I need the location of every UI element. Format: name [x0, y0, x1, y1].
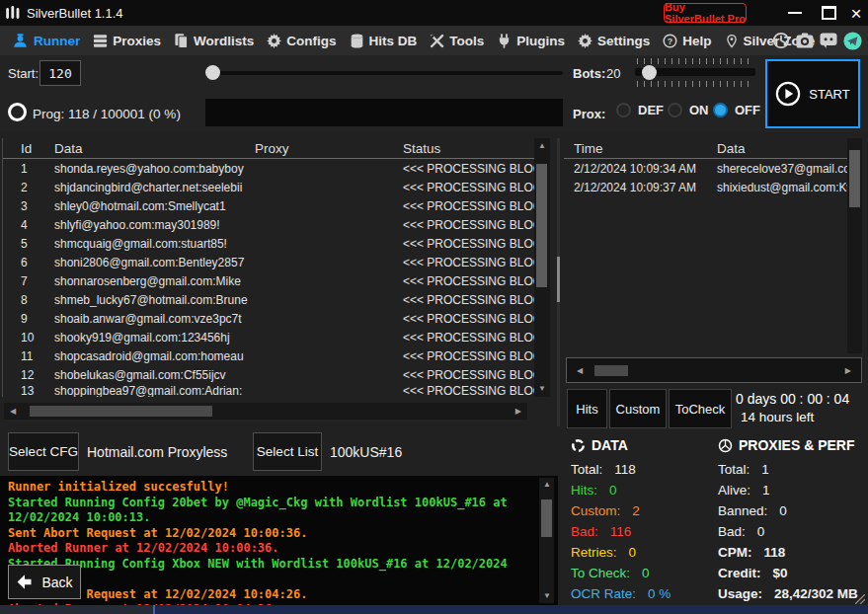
hits-table-hscroll-thumb[interactable] [594, 365, 628, 376]
hits-table-vscroll-thumb[interactable] [849, 150, 860, 207]
custom-button[interactable]: Custom [609, 389, 667, 428]
cell-id: 6 [21, 256, 54, 269]
app-logo-bullets-icon [5, 4, 21, 22]
hits-button[interactable]: Hits [567, 389, 607, 428]
select-list-button[interactable]: Select List [253, 432, 322, 471]
minimize-button[interactable] [780, 0, 810, 26]
table-row[interactable]: 13shoppingbea97@gmail.com:Adrian:<<< PRO… [3, 384, 534, 397]
table-row[interactable]: 1shonda.reyes@yahoo.com:babyboy<<< PROCE… [3, 159, 534, 178]
maximize-button[interactable] [814, 0, 843, 26]
menu-item-configs[interactable]: Configs [267, 34, 336, 48]
scroll-left-icon[interactable]: ◀ [10, 408, 16, 416]
table-row[interactable]: 3shley0@hotmail.com:Smellycat1<<< PROCES… [3, 196, 534, 215]
table-row[interactable]: 9shoaib.anwar@gmail.com:vze3pc7t<<< PROC… [3, 309, 534, 328]
table-row[interactable]: 5shmcquaig@gmail.com:stuart85!<<< PROCES… [3, 234, 534, 253]
menu-item-label: Hits DB [369, 34, 418, 48]
start-slider-handle[interactable] [205, 65, 220, 80]
buy-pro-button[interactable]: Buy SilverBullet Pro [664, 3, 747, 23]
start-button-label: START [809, 87, 849, 102]
menu-item-label: Help [682, 34, 711, 48]
proxies-panel-header: PROXIES & PERF [718, 437, 858, 453]
select-cfg-button[interactable]: Select CFG [8, 432, 79, 471]
close-button[interactable]: × [841, 0, 868, 26]
left-table-hscrollbar[interactable]: ◀ ▶ [4, 403, 527, 420]
taskbar-strip-right [155, 605, 868, 614]
menu-item-runner[interactable]: Runner [12, 34, 80, 48]
scroll-up-icon[interactable]: ▲ [543, 481, 551, 489]
menu-item-settings[interactable]: Settings [578, 34, 650, 48]
start-input[interactable] [39, 60, 81, 86]
cell-status: <<< PROCESSING BLOCK [403, 312, 534, 326]
log-vscroll-thumb[interactable] [541, 499, 552, 537]
tocheck-button[interactable]: ToCheck [669, 389, 732, 428]
globe-perf-icon [718, 438, 733, 453]
table-row[interactable]: 7shonnarosenberg@gmail.com:Mike<<< PROCE… [3, 271, 534, 290]
prox-option-def[interactable]: DEF [616, 103, 664, 117]
log-line: Started Running Config Xbox NEW with Wor… [8, 557, 531, 587]
menu-item-hits-db[interactable]: Hits DB [350, 34, 418, 48]
scroll-right-icon[interactable]: ▶ [845, 367, 851, 375]
cell-data: shmeb_lucky67@hotmail.com:Brune [54, 293, 255, 307]
log-line: Started Running Config 20bet by @Magic_C… [8, 496, 531, 526]
scroll-left-icon[interactable]: ◀ [577, 367, 583, 375]
camera-icon[interactable] [796, 33, 814, 48]
panel-splitter[interactable] [557, 138, 560, 426]
menu-item-tools[interactable]: Tools [430, 34, 484, 48]
stat-tocheck: To Check:0 [571, 566, 671, 580]
table-row[interactable]: 10shooky919@gmail.com:123456hj<<< PROCES… [3, 328, 534, 346]
scroll-right-icon[interactable]: ▶ [515, 408, 521, 416]
menu-item-wordlists[interactable]: Wordlists [174, 34, 254, 48]
cell-time: 2/12/2024 10:09:34 AM [574, 162, 717, 176]
stat-total: Total:118 [571, 462, 671, 477]
table-row[interactable]: 11shopcasadroid@gmail.com:homeau<<< PROC… [3, 346, 534, 365]
menu-item-label: Configs [286, 34, 336, 48]
menu-item-help[interactable]: ? Help [663, 34, 711, 48]
left-table-vscroll-thumb[interactable] [536, 164, 547, 287]
table-row[interactable]: 2/12/2024 10:09:34 AMsherecelove37@gmail… [564, 159, 847, 178]
telegram-icon[interactable] [843, 32, 862, 50]
progress-readout: Prog: 118 / 100001 (0 %) [8, 103, 181, 121]
table-row[interactable]: 8shmeb_lucky67@hotmail.com:Brune<<< PROC… [3, 290, 534, 309]
scroll-up-icon[interactable]: ▲ [538, 142, 546, 150]
radio-off[interactable] [713, 103, 728, 117]
cell-data: shopcasadroid@gmail.com:homeau [54, 349, 255, 363]
table-row[interactable]: 2/12/2024 10:09:37 AMshixiedust@gmail.co… [564, 178, 847, 196]
start-slider-track[interactable] [209, 71, 563, 75]
table-row[interactable]: 4shlyfi@yahoo.com:may301989!<<< PROCESSI… [3, 215, 534, 234]
bots-slider-handle[interactable] [642, 65, 657, 80]
play-circle-icon [775, 81, 801, 107]
menu-item-plugins[interactable]: Plugins [497, 34, 565, 48]
cell-id: 7 [21, 274, 54, 288]
stat-proxy-alive: Alive:1 [718, 483, 858, 498]
time-remaining: 14 hours left [741, 410, 814, 424]
discord-icon[interactable] [820, 33, 837, 48]
prox-option-on[interactable]: ON [668, 103, 709, 117]
location-pin-icon [725, 34, 739, 48]
scroll-down-icon[interactable]: ▼ [538, 385, 546, 393]
cell-id: 12 [21, 368, 54, 382]
cell-status: <<< PROCESSING BLOCK [403, 349, 534, 363]
table-row[interactable]: 2shjdancingbird@charter.net:seelebii<<< … [3, 178, 534, 196]
log-vscrollbar[interactable]: ▲ ▼ [539, 478, 554, 603]
left-table-hscroll-thumb[interactable] [30, 406, 212, 417]
start-label: Start: [8, 66, 39, 81]
log-line: Aborted Runner at 12/02/2024 10:00:36. [8, 541, 531, 557]
hits-table-vscrollbar[interactable] [847, 138, 862, 353]
menu-item-proxies[interactable]: Proxies [93, 34, 161, 48]
stat-proxy-total: Total:1 [718, 462, 858, 477]
radio-def[interactable] [616, 103, 631, 117]
runner-controls: Start: Bots: 20 START Prog: 118 / 100001… [0, 55, 868, 132]
radio-on[interactable] [668, 103, 682, 117]
start-button[interactable]: START [765, 59, 860, 128]
cell-id: 2 [21, 181, 54, 194]
hits-table-hscrollbar[interactable]: ◀ ▶ [566, 357, 862, 383]
back-button[interactable]: Back [8, 565, 81, 599]
history-icon[interactable] [772, 32, 790, 49]
prox-option-off[interactable]: OFF [713, 103, 760, 117]
minimize-icon [788, 12, 802, 14]
table-row[interactable]: 6shoni2806@gmail.com:Bentley2857<<< PROC… [3, 253, 534, 271]
left-table-vscrollbar[interactable]: ▲ ▼ [534, 138, 550, 397]
table-row[interactable]: 12shobelukas@gmail.com:Cf55ijcv<<< PROCE… [3, 365, 534, 384]
scroll-down-icon[interactable]: ▼ [543, 592, 551, 600]
log-line: Runner initialized succesfully! [8, 480, 531, 496]
